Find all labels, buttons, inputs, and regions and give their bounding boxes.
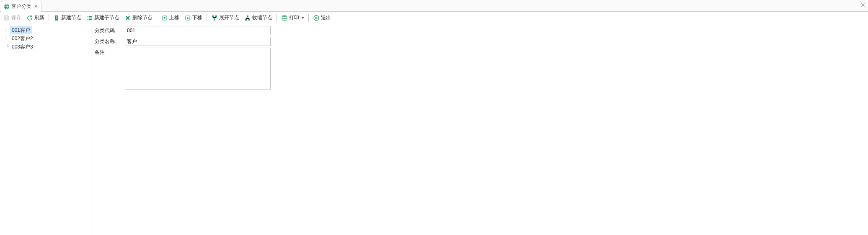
tree-item-label: 002客户2: [10, 35, 35, 43]
name-label: 分类名称: [95, 37, 125, 45]
expand-button[interactable]: 展开节点: [209, 13, 241, 22]
svg-rect-11: [248, 19, 250, 20]
svg-rect-2: [5, 16, 8, 17]
move-up-button[interactable]: 上移: [160, 13, 181, 22]
tree-item[interactable]: 〉 002客户2: [3, 34, 91, 43]
refresh-icon: [26, 15, 33, 21]
move-down-label: 下移: [192, 14, 202, 21]
form-row-remark: 备注: [95, 48, 865, 89]
tree-item-label: 001客户: [10, 26, 32, 34]
save-button[interactable]: 保存: [2, 13, 23, 22]
new-child-button[interactable]: 新建子节点: [85, 13, 121, 22]
collapse-button[interactable]: 收缩节点: [243, 13, 274, 22]
svg-rect-7: [215, 15, 217, 17]
tree-item[interactable]: └ 003客户3: [3, 43, 91, 51]
name-input[interactable]: [125, 37, 271, 46]
close-icon[interactable]: ✕: [860, 2, 865, 8]
svg-rect-6: [212, 15, 214, 17]
print-label: 打印: [289, 14, 299, 21]
chevron-right-icon[interactable]: 〉: [5, 27, 9, 33]
content-area: 〉 001客户 〉 002客户2 └ 003客户3 分类代码 分类名称 备注: [0, 24, 868, 235]
list-icon: [86, 15, 93, 21]
expand-label: 展开节点: [219, 14, 239, 21]
separator: [276, 14, 277, 22]
move-down-button[interactable]: 下移: [183, 13, 204, 22]
exit-label: 退出: [321, 14, 331, 21]
tree-panel: 〉 001客户 〉 002客户2 └ 003客户3: [0, 24, 91, 235]
remark-label: 备注: [95, 48, 125, 56]
remark-textarea[interactable]: [125, 48, 271, 89]
move-up-label: 上移: [169, 14, 179, 21]
tab-customer-category[interactable]: 客户分类 ✕: [1, 1, 41, 12]
new-node-button[interactable]: 新建节点: [52, 13, 83, 22]
exit-icon: [313, 15, 320, 21]
arrow-down-icon: [184, 15, 191, 21]
separator: [308, 14, 309, 22]
save-icon: [3, 15, 10, 21]
chevron-right-icon[interactable]: 〉: [5, 36, 9, 41]
form-row-name: 分类名称: [95, 37, 865, 46]
separator: [49, 14, 49, 22]
globe-icon: [4, 4, 10, 10]
tree-expand-icon: [211, 15, 218, 21]
code-input[interactable]: [125, 26, 271, 35]
collapse-label: 收缩节点: [252, 14, 272, 21]
save-label: 保存: [11, 14, 21, 21]
tab-close-icon[interactable]: ✕: [34, 4, 38, 9]
new-child-label: 新建子节点: [94, 14, 119, 21]
code-label: 分类代码: [95, 26, 125, 34]
svg-rect-3: [55, 15, 58, 20]
arrow-up-icon: [161, 15, 168, 21]
delete-icon: [124, 15, 131, 21]
form-panel: 分类代码 分类名称 备注: [91, 24, 868, 235]
tab-title: 客户分类: [11, 3, 31, 10]
refresh-label: 刷新: [34, 14, 44, 21]
separator: [207, 14, 207, 22]
chevron-down-icon: [302, 17, 304, 19]
exit-button[interactable]: 退出: [311, 13, 333, 22]
tree-item-label: 003客户3: [10, 43, 35, 51]
svg-rect-10: [245, 19, 247, 20]
new-node-label: 新建节点: [61, 14, 81, 21]
document-icon: [53, 15, 60, 21]
tree-item[interactable]: 〉 001客户: [3, 26, 91, 34]
toolbar: 保存 刷新 新建节点 新建子节点 删除节点 上移 下移: [0, 12, 868, 24]
delete-node-button[interactable]: 删除节点: [123, 13, 154, 22]
svg-rect-1: [5, 18, 8, 20]
print-icon: [281, 15, 288, 21]
print-button[interactable]: 打印: [279, 13, 306, 22]
tab-bar: 客户分类 ✕ ✕: [0, 0, 868, 12]
refresh-button[interactable]: 刷新: [25, 13, 46, 22]
svg-rect-8: [214, 19, 215, 20]
tree-connector-icon: └: [5, 44, 9, 49]
delete-node-label: 删除节点: [132, 14, 152, 21]
svg-rect-9: [247, 15, 248, 17]
separator: [157, 14, 157, 22]
tree-collapse-icon: [244, 15, 251, 21]
form-row-code: 分类代码: [95, 26, 865, 35]
